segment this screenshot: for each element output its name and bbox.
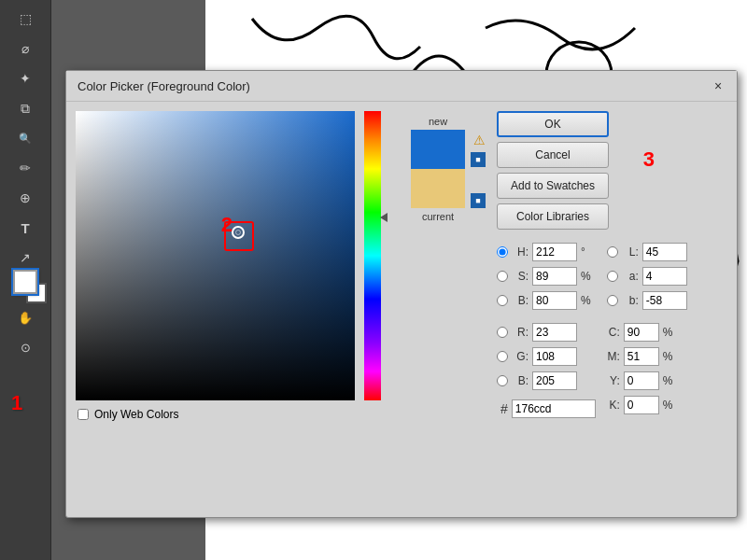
h-input[interactable] [532, 243, 577, 261]
s-input[interactable] [532, 267, 577, 286]
y-input[interactable] [624, 371, 659, 390]
label-1: 1 [11, 391, 22, 415]
s-radio[interactable] [497, 271, 508, 282]
m-input[interactable] [624, 347, 659, 366]
l-field-row: L: [607, 242, 687, 262]
b2-radio[interactable] [497, 375, 508, 386]
right-panel: 3 OK Cancel Add to Swatches Color Librar… [492, 111, 727, 428]
a-label: a: [622, 270, 639, 283]
foreground-color-box[interactable] [13, 270, 37, 294]
b3-radio[interactable] [607, 295, 618, 306]
b2-input[interactable] [532, 371, 577, 390]
b3-field-row: b: [607, 290, 687, 311]
hsb-rgb-col: H: ° S: % B: [497, 242, 596, 418]
b-radio[interactable] [497, 295, 508, 306]
tool-text[interactable]: T [11, 214, 39, 242]
tool-magic-wand[interactable]: ✦ [11, 64, 39, 92]
m-field-row: M: % [607, 346, 687, 367]
new-color-label: new [429, 116, 447, 127]
tool-zoom2[interactable]: ⊙ [11, 333, 39, 361]
b3-label: b: [622, 294, 639, 307]
hue-slider-handle [380, 213, 388, 222]
b2-field-row: B: [497, 371, 596, 391]
new-color-swatch [411, 130, 465, 169]
g-radio[interactable] [497, 351, 508, 362]
hue-slider[interactable] [364, 111, 381, 400]
s-unit: % [581, 270, 594, 283]
h-unit: ° [581, 245, 594, 259]
toolbar: ⬚ ⌀ ✦ ⧉ 🔍 ✏ ⊕ T ↗ ✛ ✋ ⊙ [0, 0, 51, 560]
h-radio[interactable] [497, 246, 508, 258]
g-field-row: G: [497, 346, 596, 367]
y-field-row: Y: % [607, 371, 687, 391]
a-radio[interactable] [607, 271, 618, 282]
current-color-swatch [411, 169, 465, 208]
hex-symbol: # [500, 401, 508, 416]
tool-brush[interactable]: ✏ [11, 154, 39, 182]
b-unit: % [581, 294, 594, 307]
tool-marquee[interactable]: ⬚ [11, 5, 39, 33]
tool-crop[interactable]: ⧉ [11, 94, 39, 122]
l-input[interactable] [642, 243, 687, 261]
gradient-dark [76, 111, 355, 400]
k-input[interactable] [624, 396, 659, 414]
only-web-colors-checkbox[interactable] [78, 409, 89, 420]
k-field-row: K: % [607, 395, 687, 415]
color-swatch-container [411, 130, 465, 208]
lab-col: L: a: b: [607, 242, 687, 418]
current-color-label: current [422, 211, 454, 222]
g-input[interactable] [532, 347, 577, 366]
add-to-swatches-button[interactable]: Add to Swatches [497, 173, 609, 199]
hex-input[interactable] [512, 399, 596, 418]
b2-label: B: [512, 374, 529, 387]
b3-input[interactable] [642, 291, 687, 310]
c-input[interactable] [624, 323, 659, 342]
web-colors-row: Only Web Colors [76, 408, 384, 421]
tool-path[interactable]: ↗ [11, 244, 39, 272]
ok-button[interactable]: OK [497, 111, 609, 137]
l-radio[interactable] [607, 246, 618, 258]
b-label: B: [512, 294, 529, 307]
color-libraries-button[interactable]: Color Libraries [497, 203, 609, 230]
s-label: S: [512, 270, 529, 283]
y-label: Y: [607, 374, 620, 387]
c-field-row: C: % [607, 322, 687, 343]
b-field-row: B: % [497, 290, 596, 311]
m-percent: % [663, 350, 673, 363]
tool-eyedropper[interactable]: 🔍 [11, 124, 39, 152]
c-label: C: [607, 326, 620, 339]
color-picker-area: 2 Only Web Colors [76, 111, 384, 428]
c-percent: % [663, 326, 673, 339]
fields-section: H: ° S: % B: [497, 242, 727, 418]
m-label: M: [607, 350, 620, 363]
web-color-cube-icon[interactable]: ■ [471, 152, 486, 167]
h-field-row: H: ° [497, 242, 596, 262]
r-input[interactable] [532, 323, 577, 342]
close-button[interactable]: × [711, 78, 726, 93]
r-field-row: R: [497, 322, 596, 343]
g-label: G: [512, 350, 529, 363]
r-radio[interactable] [497, 327, 508, 338]
dialog-body: 2 Only Web Colors new [66, 102, 737, 438]
tool-clone[interactable]: ⊕ [11, 184, 39, 212]
color-picker-dialog: Color Picker (Foreground Color) × 2 [65, 70, 738, 518]
warning-icons: ⚠ ■ ■ [471, 132, 487, 208]
b-input[interactable] [532, 291, 577, 310]
dialog-titlebar: Color Picker (Foreground Color) × [66, 71, 737, 102]
hex-row: # [497, 399, 596, 418]
h-label: H: [512, 245, 529, 259]
gamut-cube-icon[interactable]: ■ [471, 193, 486, 208]
s-field-row: S: % [497, 266, 596, 287]
warning-triangle-icon[interactable]: ⚠ [471, 132, 487, 148]
y-percent: % [663, 374, 673, 387]
label-3: 3 [643, 147, 655, 172]
hue-slider-container [364, 111, 384, 400]
r-label: R: [512, 326, 529, 339]
color-gradient[interactable]: 2 [76, 111, 355, 400]
cancel-button[interactable]: Cancel [497, 142, 609, 168]
only-web-colors-label: Only Web Colors [94, 408, 178, 421]
a-input[interactable] [642, 267, 687, 286]
a-field-row: a: [607, 266, 687, 287]
tool-lasso[interactable]: ⌀ [11, 35, 39, 63]
color-preview-section: new ⚠ ■ ■ c [391, 111, 485, 428]
